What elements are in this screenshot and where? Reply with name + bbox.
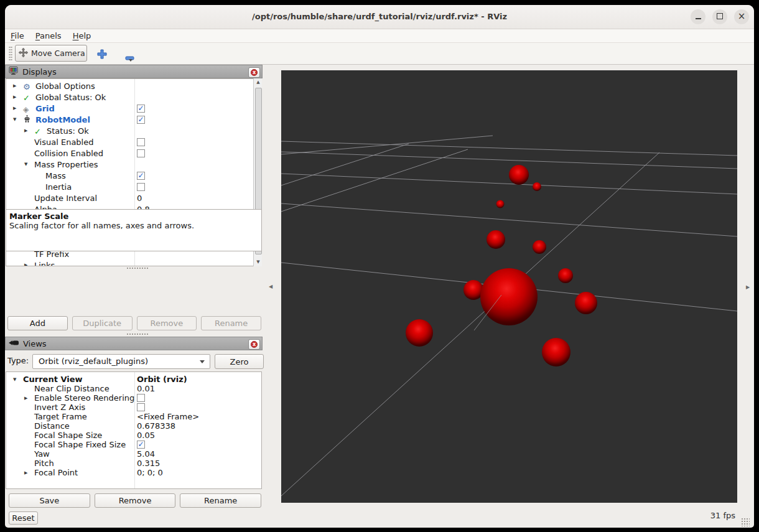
type-label: Type: <box>7 356 29 365</box>
property-value[interactable]: 0.01 <box>137 384 155 393</box>
property-label: Current View <box>23 375 83 384</box>
views-panel-header[interactable]: Views x <box>5 337 263 350</box>
splitter-collapse-left-icon[interactable]: ◀ <box>269 284 272 289</box>
expand-arrow-icon[interactable]: ▶ <box>13 106 23 111</box>
splitter-handle[interactable] <box>126 333 149 336</box>
add-tool-button[interactable] <box>96 49 108 60</box>
checkbox[interactable] <box>137 394 145 402</box>
property-value[interactable]: Orbit (rviz) <box>137 375 187 384</box>
checkbox[interactable] <box>137 149 145 157</box>
checkbox[interactable]: ✓ <box>137 105 145 113</box>
tree-row-inertia[interactable]: Inertia <box>6 181 261 192</box>
tree-row-collision-enabled[interactable]: Collision Enabled <box>6 147 261 159</box>
property-label: Focal Point <box>34 468 78 477</box>
property-value[interactable]: 0; 0; 0 <box>137 468 163 477</box>
expand-arrow-icon[interactable]: ▼ <box>24 162 34 167</box>
expand-arrow-icon[interactable]: ▼ <box>13 117 23 122</box>
view-type-row: Type: Orbit (rviz_default_plugins) Zero <box>7 354 264 369</box>
remove-button[interactable]: Remove <box>95 493 176 508</box>
tree-row-distance[interactable]: Distance0.678338 <box>6 421 261 431</box>
zero-button[interactable]: Zero <box>215 354 264 369</box>
scroll-up-icon[interactable]: ▲ <box>254 78 262 86</box>
expand-arrow-icon[interactable]: ▶ <box>24 128 34 133</box>
expand-arrow-icon[interactable]: ▶ <box>24 470 34 475</box>
tree-row-grid[interactable]: ▶◈Grid✓ <box>6 103 261 114</box>
scroll-down-icon[interactable]: ▼ <box>254 258 262 266</box>
tree-row-current-view[interactable]: ▼Current ViewOrbit (rviz) <box>6 375 261 384</box>
tree-row-focal-point[interactable]: ▶Focal Point0; 0; 0 <box>6 468 261 477</box>
move-camera-button[interactable]: Move Camera <box>15 45 87 62</box>
property-label: Mass Properties <box>34 160 98 169</box>
tree-row-pitch[interactable]: Pitch0.315 <box>6 459 261 468</box>
property-label: Status: Ok <box>47 126 89 136</box>
rename-button[interactable]: Rename <box>180 493 261 508</box>
window-resize-grip[interactable] <box>741 518 750 526</box>
grid-line <box>281 152 659 496</box>
tree-row-near-clip-distance[interactable]: Near Clip Distance0.01 <box>6 384 261 393</box>
tree-row-robotmodel[interactable]: ▼RobotModel✓ <box>6 114 261 125</box>
add-button[interactable]: Add <box>7 316 68 330</box>
checkbox[interactable]: ✓ <box>137 441 145 449</box>
remove-button[interactable]: Remove <box>137 316 197 330</box>
menu-item-panels[interactable]: Panels <box>30 30 67 43</box>
tree-row-global-options[interactable]: ▶⚙Global Options <box>6 80 261 91</box>
property-value[interactable]: 0.05 <box>137 431 155 440</box>
property-value[interactable]: <Fixed Frame> <box>137 412 199 421</box>
tree-row-mass-properties[interactable]: ▼Mass Properties <box>6 159 261 170</box>
splitter-collapse-right-icon[interactable]: ▶ <box>746 284 750 290</box>
check-icon: ✓ <box>23 91 35 103</box>
remove-tool-dropdown-caret[interactable] <box>129 59 133 62</box>
expand-arrow-icon[interactable]: ▶ <box>24 263 34 266</box>
toolbar-drag-handle[interactable] <box>9 46 12 61</box>
property-value[interactable]: 0.315 <box>137 459 160 468</box>
mass-sphere <box>509 165 529 185</box>
property-value[interactable]: 0 <box>137 194 142 203</box>
displays-panel-close-button[interactable]: x <box>248 67 260 78</box>
expand-arrow-icon[interactable]: ▶ <box>13 83 23 88</box>
expand-arrow-icon[interactable]: ▶ <box>13 95 23 100</box>
checkbox[interactable]: ✓ <box>137 172 145 180</box>
tree-row-focal-shape-fixed-size[interactable]: Focal Shape Fixed Size✓ <box>6 440 261 449</box>
rename-button[interactable]: Rename <box>201 316 261 330</box>
grid-line <box>281 144 409 185</box>
move-camera-label: Move Camera <box>31 49 85 58</box>
property-label: Collision Enabled <box>34 149 103 158</box>
tree-row-enable-stereo-rendering[interactable]: ▶Enable Stereo Rendering <box>6 393 261 403</box>
checkbox[interactable] <box>137 138 145 146</box>
views-tree[interactable]: ▼Current ViewOrbit (rviz)Near Clip Dista… <box>6 371 262 489</box>
maximize-button[interactable] <box>712 9 727 24</box>
expand-arrow-icon[interactable]: ▼ <box>13 377 23 382</box>
property-label: Grid <box>35 104 55 113</box>
property-value[interactable]: 5.04 <box>137 449 155 459</box>
tree-row-mass[interactable]: Mass✓ <box>6 170 261 181</box>
views-panel-close-button[interactable]: x <box>248 339 260 350</box>
checkbox[interactable] <box>137 403 145 411</box>
property-value[interactable]: 0.678338 <box>137 421 175 431</box>
tree-row-yaw[interactable]: Yaw5.04 <box>6 449 261 459</box>
tree-row-visual-enabled[interactable]: Visual Enabled <box>6 136 261 147</box>
splitter-handle[interactable] <box>126 267 149 270</box>
mass-sphere <box>533 182 541 191</box>
tree-row-invert-z-axis[interactable]: Invert Z Axis <box>6 403 261 412</box>
titlebar[interactable]: /opt/ros/humble/share/urdf_tutorial/rviz… <box>5 5 754 29</box>
duplicate-button[interactable]: Duplicate <box>72 316 133 330</box>
expand-arrow-icon[interactable]: ▶ <box>24 396 34 401</box>
view-type-combobox[interactable]: Orbit (rviz_default_plugins) <box>32 354 210 369</box>
tree-row-global-status-ok[interactable]: ▶✓Global Status: Ok <box>6 91 261 103</box>
tree-row-status-ok[interactable]: ▶✓Status: Ok <box>6 125 261 136</box>
tree-row-update-interval[interactable]: Update Interval0 <box>6 192 261 203</box>
3d-viewport[interactable] <box>281 70 737 503</box>
checkbox[interactable]: ✓ <box>137 116 145 124</box>
save-button[interactable]: Save <box>9 493 90 508</box>
property-label: Target Frame <box>34 412 87 421</box>
displays-panel-header[interactable]: Displays x <box>5 65 263 78</box>
close-button[interactable]: × <box>734 9 749 24</box>
tree-row-links[interactable]: ▶Links <box>6 259 261 266</box>
reset-button[interactable]: Reset <box>9 511 38 525</box>
menu-item-help[interactable]: Help <box>67 30 97 43</box>
menu-item-file[interactable]: File <box>5 30 30 43</box>
checkbox[interactable] <box>137 183 145 191</box>
minimize-button[interactable] <box>691 9 705 24</box>
tree-row-target-frame[interactable]: Target Frame<Fixed Frame> <box>6 412 261 421</box>
tree-row-focal-shape-size[interactable]: Focal Shape Size0.05 <box>6 431 261 440</box>
